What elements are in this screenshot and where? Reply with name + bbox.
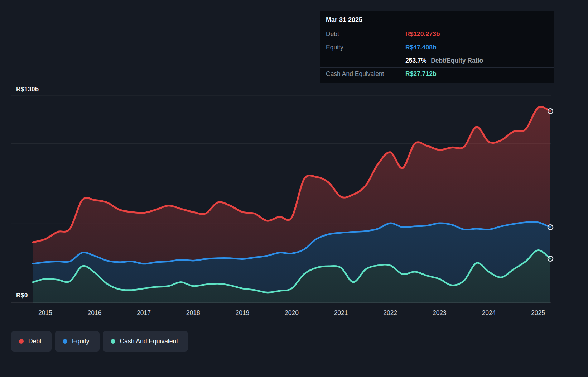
- tooltip-ratio-value: 253.7%: [405, 57, 426, 64]
- tooltip-cash-row: Cash And Equivalent R$27.712b: [320, 67, 554, 81]
- legend-cash-dot: [111, 339, 115, 344]
- equity-endpoint-marker: [548, 225, 553, 230]
- tooltip-ratio-row: 253.7% Debt/Equity Ratio: [320, 54, 554, 67]
- debt-endpoint-marker: [548, 109, 553, 114]
- tooltip-equity-value: R$47.408b: [405, 44, 548, 52]
- x-axis-label-2019: 2019: [235, 309, 249, 316]
- tooltip-ratio-value-wrap: 253.7% Debt/Equity Ratio: [405, 57, 548, 65]
- x-axis-label-2023: 2023: [433, 309, 447, 316]
- tooltip-ratio-label: Debt/Equity Ratio: [431, 57, 483, 64]
- tooltip-debt-value: R$120.273b: [405, 30, 548, 38]
- legend-equity-label: Equity: [72, 338, 90, 345]
- x-axis-label-2016: 2016: [88, 309, 102, 316]
- chart-legend: Debt Equity Cash And Equivalent: [11, 331, 188, 352]
- tooltip-cash-value: R$27.712b: [405, 70, 548, 78]
- x-axis-label-2020: 2020: [285, 309, 299, 316]
- legend-item-debt[interactable]: Debt: [11, 331, 52, 352]
- debt-equity-history-panel: 2015201620172018201920202021202220232024…: [0, 0, 588, 377]
- y-axis-max-label: R$130b: [16, 86, 39, 93]
- x-axis-label-2025: 2025: [531, 309, 545, 316]
- tooltip-debt-label: Debt: [326, 30, 405, 38]
- legend-item-equity[interactable]: Equity: [55, 331, 100, 352]
- tooltip-debt-row: Debt R$120.273b: [320, 28, 554, 41]
- x-axis-label-2018: 2018: [186, 309, 200, 316]
- cash-endpoint-marker: [548, 256, 553, 261]
- x-axis-label-2017: 2017: [137, 309, 151, 316]
- x-axis-label-2022: 2022: [383, 309, 397, 316]
- x-axis-label-2021: 2021: [334, 309, 348, 316]
- x-axis-label-2015: 2015: [38, 309, 52, 316]
- legend-cash-label: Cash And Equivalent: [120, 338, 178, 345]
- x-axis-label-2024: 2024: [482, 309, 496, 316]
- y-axis-zero-label: R$0: [16, 292, 28, 299]
- legend-debt-label: Debt: [28, 338, 42, 345]
- legend-debt-dot: [19, 339, 24, 344]
- tooltip-equity-row: Equity R$47.408b: [320, 41, 554, 54]
- tooltip-equity-label: Equity: [326, 44, 405, 52]
- chart-tooltip: Mar 31 2025 Debt R$120.273b Equity R$47.…: [320, 11, 554, 83]
- legend-item-cash[interactable]: Cash And Equivalent: [103, 331, 188, 352]
- tooltip-cash-label: Cash And Equivalent: [326, 70, 405, 78]
- legend-equity-dot: [63, 339, 67, 344]
- tooltip-date: Mar 31 2025: [320, 11, 554, 28]
